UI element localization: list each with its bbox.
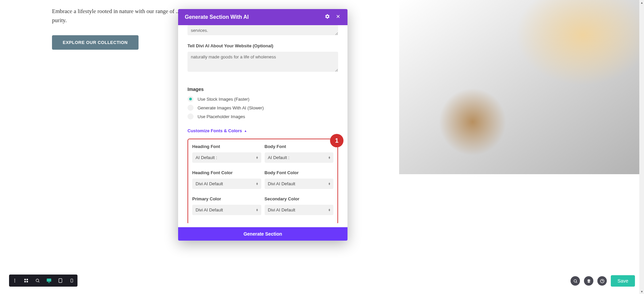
tablet-icon[interactable] [55,275,66,287]
fonts-colors-panel: 1 Heading Font AI Default : ▲▼ Body Font… [187,139,338,223]
caret-up-icon: ▲ [244,129,247,133]
svg-rect-7 [24,281,26,282]
modal-footer: Generate Section [178,223,347,241]
svg-point-2 [14,279,15,280]
radio-ai-images[interactable]: Generate Images With AI (Slower) [187,105,338,111]
radio-label: Use Stock Images (Faster) [198,97,250,102]
radio-icon [187,105,194,111]
svg-point-18 [574,280,577,282]
scroll-down-icon[interactable]: ▾ [641,290,643,293]
sort-icon: ▲▼ [328,209,331,211]
field-label: Heading Font [192,144,261,149]
field-label: Primary Color [192,196,261,201]
radio-label: Use Placeholder Images [198,114,245,119]
svg-rect-6 [26,279,28,280]
annotation-badge: 1 [330,134,343,147]
svg-rect-11 [47,279,51,282]
bottom-toolbar-right: Save [571,275,635,287]
svg-rect-16 [71,279,73,282]
heading-font-color-field: Heading Font Color Divi AI Default ▲▼ [192,170,261,193]
radio-placeholder-images[interactable]: Use Placeholder Images [187,113,338,119]
sort-icon: ▲▼ [256,156,259,159]
field-label: Body Font [265,144,334,149]
select-value: AI Default : [196,155,217,160]
select-value: AI Default : [268,155,289,160]
heading-font-color-select[interactable]: Divi AI Default ▲▼ [192,179,261,189]
close-icon[interactable] [335,14,341,20]
body-font-field: Body Font AI Default : ▲▼ [265,144,334,167]
secondary-color-field: Secondary Color Divi AI Default ▲▼ [265,196,334,219]
radio-icon [187,96,194,102]
body-font-color-field: Body Font Color Divi AI Default ▲▼ [265,170,334,193]
secondary-color-select[interactable]: Divi AI Default ▲▼ [265,205,334,215]
page-scrollbar[interactable]: ▴ ▾ [639,0,644,294]
save-button[interactable]: Save [611,275,635,287]
select-value: Divi AI Default [196,207,223,212]
help-icon[interactable] [597,276,607,286]
website-label: Tell Divi AI About Your Website (Optiona… [187,43,338,48]
scroll-up-icon[interactable]: ▴ [641,1,643,4]
sort-icon: ▲▼ [256,183,259,185]
settings-icon[interactable] [325,14,330,20]
field-label: Heading Font Color [192,170,261,175]
sort-icon: ▲▼ [256,209,259,211]
wireframe-icon[interactable] [20,275,32,287]
desktop-icon[interactable] [43,275,55,287]
customize-link-label: Customize Fonts & Colors [187,128,242,133]
svg-line-19 [576,282,577,283]
svg-rect-14 [59,279,62,283]
modal-title: Generate Section With AI [185,14,249,20]
svg-point-4 [14,282,15,282]
zoom-icon[interactable] [32,275,43,287]
images-section-title: Images [187,87,338,92]
heading-font-select[interactable]: AI Default : ▲▼ [192,152,261,163]
radio-icon [187,113,194,119]
select-value: Divi AI Default [268,181,296,186]
radio-label: Generate Images With AI (Slower) [198,105,264,110]
website-textarea[interactable]: naturally made goods for a life of whole… [187,52,338,72]
svg-rect-5 [24,279,26,280]
modal-header: Generate Section With AI [178,9,347,25]
explore-button[interactable]: EXPLORE OUR COLLECTION [52,35,139,50]
radio-stock-images[interactable]: Use Stock Images (Faster) [187,96,338,102]
bottom-toolbar-left [9,275,77,287]
field-label: Body Font Color [265,170,334,175]
heading-font-field: Heading Font AI Default : ▲▼ [192,144,261,167]
svg-point-9 [36,279,39,282]
body-font-select[interactable]: AI Default : ▲▼ [265,152,334,163]
primary-color-select[interactable]: Divi AI Default ▲▼ [192,205,261,215]
search-icon[interactable] [571,276,580,286]
sort-icon: ▲▼ [328,156,331,159]
modal-header-actions [325,14,341,20]
select-value: Divi AI Default [196,181,223,186]
hero-image [399,0,644,174]
svg-point-3 [14,280,15,281]
primary-color-field: Primary Color Divi AI Default ▲▼ [192,196,261,219]
generate-section-button[interactable]: Generate Section [178,227,347,241]
modal-body: services. Tell Divi AI About Your Websit… [178,25,347,223]
svg-rect-8 [26,281,28,282]
field-label: Secondary Color [265,196,334,201]
fonts-colors-grid: Heading Font AI Default : ▲▼ Body Font A… [192,144,333,219]
mobile-icon[interactable] [66,275,77,287]
more-icon[interactable] [9,275,20,287]
sort-icon: ▲▼ [328,183,331,185]
customize-fonts-colors-toggle[interactable]: Customize Fonts & Colors ▲ [187,128,247,133]
select-value: Divi AI Default [268,207,296,212]
services-textarea[interactable]: services. [187,25,338,35]
generate-section-modal: Generate Section With AI services. Tell … [178,9,347,241]
image-options-group: Use Stock Images (Faster) Generate Image… [187,96,338,119]
svg-line-10 [38,281,39,282]
body-font-color-select[interactable]: Divi AI Default ▲▼ [265,179,334,189]
layers-icon[interactable] [584,276,593,286]
